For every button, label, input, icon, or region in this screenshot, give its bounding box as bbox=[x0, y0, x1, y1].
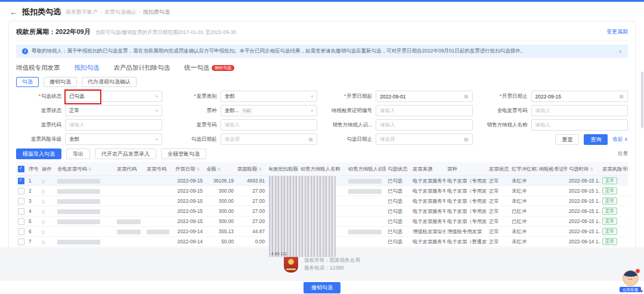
sort-icon[interactable]: ⇅ bbox=[258, 167, 262, 172]
assistant-mascot[interactable]: 在线客服 bbox=[620, 270, 641, 292]
issue-date-end-date[interactable]: 2022-09-15▦ bbox=[531, 91, 628, 102]
redacted-block bbox=[348, 179, 382, 184]
row-checkbox[interactable] bbox=[18, 239, 24, 245]
view-invoice-icon[interactable]: || bbox=[42, 239, 45, 245]
header-label: 操作 bbox=[42, 166, 52, 172]
cell-red-flag: 未红冲 bbox=[510, 237, 537, 247]
cell-tax: 27.00 bbox=[236, 206, 267, 216]
batch-link[interactable]: 批量 bbox=[618, 150, 628, 157]
filter-label: 纳税检查证明编号 bbox=[327, 107, 376, 114]
breadcrumb-item[interactable]: 税务数字账户 bbox=[66, 8, 98, 16]
header-label: 发票风险等级 bbox=[602, 166, 628, 172]
cell-select bbox=[16, 176, 27, 186]
seller-taxpayer-name-input[interactable]: 请输入 bbox=[531, 119, 628, 131]
cancel-check-submit-button[interactable]: 撤销勾选 bbox=[304, 282, 340, 293]
filter-field-ticket-type: 票种全部...+11▾ bbox=[172, 105, 318, 116]
redacted-block bbox=[147, 230, 169, 234]
check-status-select[interactable]: 已勾选▾ bbox=[65, 91, 162, 102]
field-placeholder: 请输入 bbox=[535, 107, 551, 114]
row-checkbox[interactable] bbox=[18, 188, 24, 194]
reset-button[interactable]: 重置 bbox=[555, 134, 579, 145]
full-amount-check-button[interactable]: 全额登账勾选 bbox=[161, 148, 206, 159]
seller-taxpayer-id-input[interactable]: 请输入 bbox=[376, 119, 473, 131]
tax-check-cert-no-input[interactable]: 请输入 bbox=[376, 105, 473, 116]
back-arrow-icon[interactable]: ← bbox=[10, 8, 17, 17]
cell-e-invoice-number bbox=[55, 196, 115, 206]
header-label: 全电发票号码 bbox=[57, 166, 87, 172]
view-invoice-icon[interactable]: || bbox=[42, 199, 45, 204]
field-value: 正常 bbox=[69, 107, 79, 114]
cell-invoice-status: 正常 bbox=[487, 176, 510, 186]
row-checkbox[interactable] bbox=[18, 198, 24, 205]
invoice-category-select[interactable]: 全部▾ bbox=[221, 91, 318, 102]
select-all-checkbox[interactable] bbox=[18, 166, 24, 172]
cell-check-cert-no bbox=[537, 206, 567, 216]
invoice-number-input[interactable]: 请输入 bbox=[221, 119, 318, 131]
filter-field-seller-taxpayer-name: 销售方纳税人名称请输入 bbox=[482, 119, 628, 131]
view-invoice-icon[interactable]: || bbox=[42, 219, 45, 224]
sort-icon[interactable]: ⇅ bbox=[88, 167, 92, 172]
filter-actions-cell: 重置查询收起 ∧ bbox=[482, 134, 628, 145]
template-import-check-button[interactable]: 模版导入勾选 bbox=[16, 148, 61, 159]
collapse-filters-link[interactable]: 收起 ∧ bbox=[612, 136, 628, 143]
row-checkbox[interactable] bbox=[18, 218, 24, 225]
breadcrumb-current: 抵扣类勾选 bbox=[143, 8, 170, 16]
tab-deduction-check[interactable]: 抵扣勾选 bbox=[75, 64, 100, 72]
cell-select bbox=[16, 206, 27, 216]
cell-issue-date: 2022-09-15 bbox=[174, 196, 205, 206]
tab-unified-check[interactable]: 统一勾选限时勾选 bbox=[184, 64, 234, 72]
cell-check-time: 2022-09-15 1... bbox=[567, 196, 600, 206]
invoice-code-input[interactable]: 请输入 bbox=[65, 119, 162, 131]
banner-collapse-icon[interactable]: ∧ bbox=[618, 49, 622, 54]
view-invoice-icon[interactable]: || bbox=[42, 178, 45, 184]
cell-e-invoice-number bbox=[55, 237, 115, 247]
risk-level-tag: 正常 bbox=[602, 177, 617, 184]
scrollbar-thumb[interactable] bbox=[641, 72, 643, 128]
row-checkbox[interactable] bbox=[18, 228, 24, 235]
search-button[interactable]: 查询 bbox=[584, 134, 608, 145]
view-invoice-icon[interactable]: || bbox=[42, 188, 45, 194]
header-label: 序号 bbox=[29, 166, 39, 172]
cell-check-time: 2022-09-15 1... bbox=[567, 227, 600, 237]
cell-amount: 50.00 bbox=[205, 237, 236, 247]
view-invoice-icon[interactable]: || bbox=[42, 229, 45, 234]
invoice-status-select[interactable]: 正常▾ bbox=[65, 105, 162, 116]
field-placeholder: 请输入 bbox=[380, 107, 395, 114]
cell-check-status: 已勾选 bbox=[386, 186, 411, 196]
cell-source: 电子发票服务平台 bbox=[411, 216, 445, 227]
cell-check-time: 2022-09-14 1... bbox=[567, 237, 600, 247]
header-label: 票种 bbox=[447, 166, 457, 172]
mode-button-agent-refund-check-confirm[interactable]: 代办退税勾选确认 bbox=[82, 77, 137, 87]
header-label: 票面税额 bbox=[237, 166, 257, 172]
mode-button-check[interactable]: 勾选 bbox=[16, 77, 39, 87]
check-date-start-date[interactable]: 请选择▦ bbox=[221, 134, 318, 145]
cell-op: || bbox=[40, 176, 55, 186]
filter-label: 销售方纳税人名称 bbox=[482, 122, 531, 129]
mode-button-cancel-check[interactable]: 撤销勾选 bbox=[44, 77, 77, 87]
export-button[interactable]: 导出 bbox=[66, 148, 90, 159]
header-cell: 发票状态 bbox=[487, 162, 510, 176]
check-date-end-date[interactable]: 请选择▦ bbox=[376, 134, 473, 145]
e-invoice-number-input[interactable]: 请输入 bbox=[531, 105, 628, 116]
cell-check-cert-no bbox=[537, 176, 567, 186]
agri-invoice-entry-button[interactable]: 代开农产品发票录入 bbox=[95, 148, 156, 159]
header-cell: 勾选状态 bbox=[386, 162, 411, 176]
cell-amount: 300.00 bbox=[205, 206, 236, 216]
invoice-risk-level-select[interactable]: 全部▾ bbox=[65, 134, 162, 145]
breadcrumb-item[interactable]: 发票勾选确认 bbox=[104, 8, 137, 16]
tab-vat-special-invoice[interactable]: 增值税专用发票 bbox=[16, 64, 60, 72]
cell-ticket-type: 电子发票（专用发票） bbox=[445, 196, 487, 206]
change-period-link[interactable]: 变更属期 bbox=[606, 28, 628, 36]
issue-date-start-date[interactable]: 2022-09-01▦ bbox=[376, 91, 473, 102]
row-checkbox[interactable] bbox=[18, 178, 24, 184]
calendar-icon: ▦ bbox=[464, 137, 469, 142]
tab-agri-extra-deduction-check[interactable]: 农产品加计扣除勾选 bbox=[114, 64, 171, 72]
view-invoice-icon[interactable]: || bbox=[42, 209, 45, 214]
header-label: 销售方纳税人识别号 bbox=[348, 166, 386, 172]
sort-icon[interactable]: ⇅ bbox=[218, 167, 221, 172]
row-checkbox[interactable] bbox=[18, 208, 24, 215]
filter-form: 勾选状态已勾选▾发票类别全部▾开票日期起2022-09-01▦开票日期止2022… bbox=[16, 91, 628, 145]
sort-icon[interactable]: ⇅ bbox=[196, 167, 200, 172]
ticket-type-select[interactable]: 全部...+11▾ bbox=[221, 105, 318, 116]
sort-icon[interactable]: ⇅ bbox=[590, 167, 593, 172]
